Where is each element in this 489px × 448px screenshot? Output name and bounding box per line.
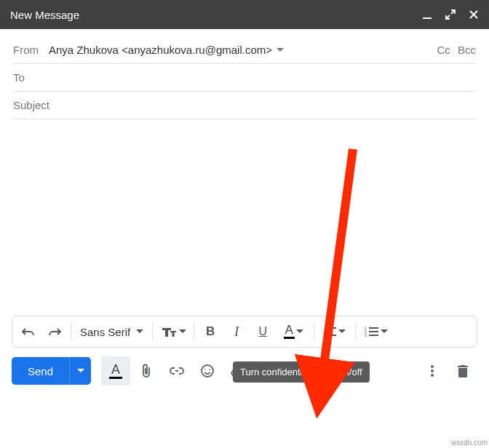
more-options-button[interactable] [418, 356, 447, 385]
format-A-glyph: A [109, 363, 122, 379]
formatting-toggle-button[interactable]: A [101, 356, 130, 385]
close-icon[interactable] [469, 9, 479, 20]
to-label: To [13, 71, 25, 84]
svg-point-6 [209, 369, 210, 370]
separator [355, 323, 356, 340]
expand-icon[interactable] [445, 9, 456, 20]
svg-point-10 [431, 369, 434, 372]
separator [314, 323, 314, 340]
tooltip: Turn confidential mode on/off [233, 361, 370, 383]
fields: From Anya Zhukova <anyazhukova.ru@gmail.… [0, 29, 489, 119]
discard-draft-button[interactable] [448, 356, 477, 385]
align-button[interactable] [317, 319, 352, 345]
insert-emoji-button[interactable] [193, 356, 222, 385]
watermark: wsxdn.com [451, 439, 488, 447]
separator [194, 323, 194, 340]
svg-point-9 [431, 365, 434, 368]
svg-rect-0 [423, 17, 432, 19]
from-label: From [13, 44, 39, 56]
italic-button[interactable]: I [223, 319, 250, 345]
font-selector[interactable]: Sans Serif [74, 319, 149, 345]
svg-point-4 [202, 365, 213, 377]
text-color-button[interactable]: A [276, 319, 311, 345]
send-options-button[interactable] [69, 357, 91, 385]
header-controls [422, 9, 479, 20]
svg-text:3: 3 [365, 333, 367, 337]
font-size-button[interactable] [156, 319, 191, 345]
bcc-button[interactable]: Bcc [458, 44, 476, 56]
redo-button[interactable] [41, 319, 68, 345]
from-row: From Anya Zhukova <anyazhukova.ru@gmail.… [13, 36, 476, 64]
cc-button[interactable]: Cc [437, 44, 450, 56]
chevron-down-icon [381, 329, 388, 334]
header-title: New Message [10, 9, 422, 21]
subject-input[interactable] [13, 99, 476, 111]
from-value[interactable]: Anya Zhukova <anyazhukova.ru@gmail.com> [49, 44, 284, 56]
cc-bcc-group: Cc Bcc [432, 44, 476, 56]
attach-file-button[interactable] [132, 356, 161, 385]
separator [152, 323, 153, 340]
send-group: Send [12, 357, 91, 385]
from-address: Anya Zhukova <anyazhukova.ru@gmail.com> [49, 44, 272, 56]
chevron-down-icon [296, 329, 303, 334]
svg-point-5 [204, 369, 206, 370]
send-button[interactable]: Send [12, 357, 69, 385]
from-dropdown-icon [277, 48, 284, 52]
insert-link-button[interactable] [162, 356, 191, 385]
undo-button[interactable] [15, 319, 41, 345]
bold-button[interactable]: B [197, 319, 223, 345]
list-button[interactable]: 123 [359, 319, 394, 345]
minimize-icon[interactable] [422, 9, 432, 20]
message-body[interactable] [0, 119, 489, 316]
formatting-toolbar: Sans Serif B I U A 123 [12, 316, 477, 348]
chevron-down-icon [338, 329, 346, 334]
chevron-down-icon [179, 329, 186, 334]
subject-row[interactable] [13, 92, 476, 119]
underline-button[interactable]: U [250, 319, 276, 345]
to-row[interactable]: To [13, 64, 476, 92]
font-name: Sans Serif [80, 326, 130, 338]
separator [71, 323, 71, 340]
svg-point-11 [431, 374, 434, 377]
chevron-down-icon [136, 329, 143, 334]
compose-header: New Message [0, 0, 489, 29]
